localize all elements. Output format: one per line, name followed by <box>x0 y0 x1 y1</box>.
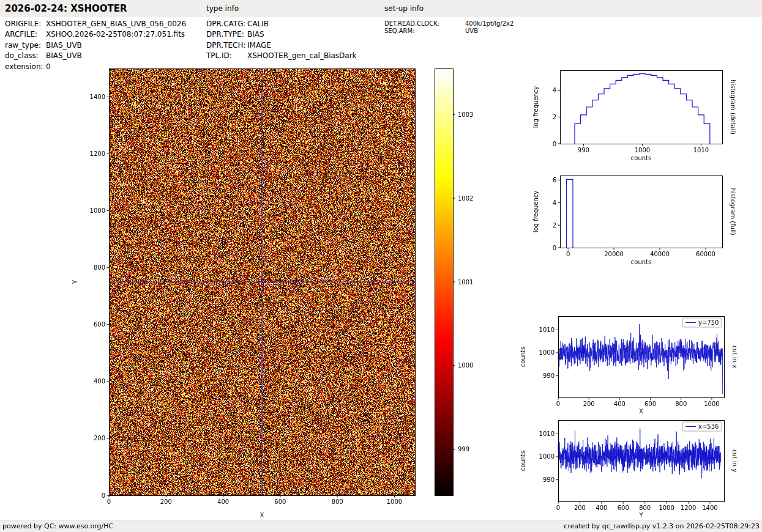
field-value: BIAS <box>247 29 264 40</box>
svg-text:990: 990 <box>578 147 589 153</box>
field-value: 0 <box>46 62 51 72</box>
svg-text:600: 600 <box>644 401 656 407</box>
svg-text:1000: 1000 <box>458 362 473 369</box>
svg-text:0: 0 <box>566 251 570 257</box>
setup-info-row: DET.READ.CLOCK: 400k/1pt/lg/2x2 <box>384 20 514 28</box>
svg-text:0: 0 <box>556 401 560 407</box>
svg-text:4: 4 <box>553 87 556 94</box>
field-label: ARCFILE: <box>5 29 46 40</box>
svg-text:800: 800 <box>94 264 105 271</box>
field-label: do_class: <box>5 51 46 61</box>
svg-text:990: 990 <box>543 372 555 379</box>
cut-x-plot: 0200400600800100099010001010Xcountscut i… <box>520 317 738 415</box>
svg-text:counts: counts <box>520 347 526 367</box>
setup-info-block: DET.READ.CLOCK: 400k/1pt/lg/2x2 SEQ.ARM:… <box>384 20 514 34</box>
file-info-row: ARCFILE: XSHOO.2026-02-25T08:07:27.051.f… <box>5 29 186 40</box>
field-value: CALIB <box>247 19 269 29</box>
bias-image-canvas <box>109 68 415 495</box>
svg-text:1010: 1010 <box>539 327 555 333</box>
svg-text:0: 0 <box>102 492 105 499</box>
svg-text:600: 600 <box>274 498 286 505</box>
svg-text:1000: 1000 <box>659 504 674 511</box>
svg-text:1200: 1200 <box>90 150 105 157</box>
svg-text:800: 800 <box>675 401 687 407</box>
svg-text:1000: 1000 <box>539 453 555 460</box>
setup-info-row: SEQ.ARM: UVB <box>384 28 514 35</box>
svg-text:6: 6 <box>553 177 556 183</box>
svg-text:cut in y: cut in y <box>731 449 738 472</box>
svg-text:1200: 1200 <box>681 504 696 511</box>
type-info-row: TPL.ID: XSHOOTER_gen_cal_BiasDark <box>206 51 357 61</box>
svg-text:cut in x: cut in x <box>731 345 738 368</box>
svg-text:0: 0 <box>107 498 111 505</box>
footer-right-text: created by qc_rawdisp.py v1.2.3 on 2026-… <box>564 522 760 530</box>
header-bar: 2026-02-24: XSHOOTER type info set-up in… <box>0 0 762 17</box>
svg-text:1000: 1000 <box>90 207 105 214</box>
svg-text:X: X <box>260 512 264 519</box>
hist-full-plot: 02000040000600000246countslog frequencyh… <box>532 176 736 266</box>
field-label: DET.READ.CLOCK: <box>384 20 465 28</box>
field-label: DPR.TYPE: <box>206 29 247 40</box>
svg-text:200: 200 <box>160 498 172 505</box>
svg-text:1010: 1010 <box>693 147 709 153</box>
svg-text:histogram (detail): histogram (detail) <box>730 79 736 135</box>
field-label: DPR.TECH: <box>206 40 247 51</box>
field-value: IMAGE <box>247 40 271 51</box>
svg-text:2: 2 <box>553 114 556 120</box>
type-info-row: DPR.TYPE: BIAS <box>206 29 357 40</box>
svg-text:40000: 40000 <box>650 251 670 257</box>
setup-info-heading: set-up info <box>384 4 424 13</box>
cut-x-legend <box>682 318 722 327</box>
svg-text:counts: counts <box>631 155 651 161</box>
svg-text:800: 800 <box>332 498 343 505</box>
svg-text:Y: Y <box>72 279 78 284</box>
svg-text:x=536: x=536 <box>698 423 719 430</box>
svg-text:1000: 1000 <box>387 498 402 505</box>
svg-text:990: 990 <box>543 476 555 483</box>
field-value: UVB <box>465 28 478 35</box>
svg-text:999: 999 <box>458 446 469 453</box>
field-label: raw_type: <box>5 40 46 51</box>
svg-text:0: 0 <box>553 141 556 147</box>
file-info-row: raw_type: BIAS_UVB <box>5 40 186 51</box>
svg-text:1000: 1000 <box>539 349 555 356</box>
type-info-block: DPR.CATG: CALIB DPR.TYPE: BIAS DPR.TECH:… <box>206 19 357 62</box>
svg-text:1400: 1400 <box>90 94 105 100</box>
field-label: SEQ.ARM: <box>384 28 465 35</box>
field-value: BIAS_UVB <box>46 51 82 61</box>
svg-text:600: 600 <box>618 504 629 511</box>
footer-left-text: powered by QC: www.eso.org/HC <box>2 522 113 530</box>
svg-text:0: 0 <box>553 245 556 251</box>
svg-text:1010: 1010 <box>539 430 555 437</box>
svg-text:400: 400 <box>94 378 105 385</box>
type-info-row: DPR.CATG: CALIB <box>206 19 357 29</box>
page-title: 2026-02-24: XSHOOTER <box>5 3 127 14</box>
svg-text:400: 400 <box>596 504 607 511</box>
cut-y-legend <box>682 422 722 431</box>
type-info-heading: type info <box>206 4 239 13</box>
svg-text:60000: 60000 <box>696 251 715 257</box>
field-value: XSHOO.2026-02-25T08:07:27.051.fits <box>46 29 185 40</box>
svg-text:counts: counts <box>520 451 526 471</box>
field-value: XSHOOTER_gen_cal_BiasDark <box>247 51 357 61</box>
field-label: DPR.CATG: <box>206 19 247 29</box>
svg-text:counts: counts <box>631 259 651 265</box>
type-info-row: DPR.TECH: IMAGE <box>206 40 357 51</box>
field-value: 400k/1pt/lg/2x2 <box>465 20 514 28</box>
colorbar-canvas <box>435 68 453 495</box>
svg-text:X: X <box>639 408 643 415</box>
cut-y-plot: 020040060080010001200140099010001010Ycou… <box>520 421 738 519</box>
svg-text:2: 2 <box>553 222 556 229</box>
svg-text:1001: 1001 <box>458 279 473 286</box>
svg-text:1000: 1000 <box>635 147 650 153</box>
footer-bar: powered by QC: www.eso.org/HC created by… <box>0 520 762 532</box>
svg-text:1003: 1003 <box>458 111 473 118</box>
svg-text:200: 200 <box>94 435 105 441</box>
svg-text:log frequency: log frequency <box>532 86 539 128</box>
svg-text:1000: 1000 <box>704 401 719 407</box>
svg-text:1002: 1002 <box>458 195 473 202</box>
svg-text:y=750: y=750 <box>698 319 719 326</box>
field-label: ORIGFILE: <box>5 19 46 29</box>
svg-text:1400: 1400 <box>702 504 717 511</box>
svg-text:800: 800 <box>639 504 651 511</box>
